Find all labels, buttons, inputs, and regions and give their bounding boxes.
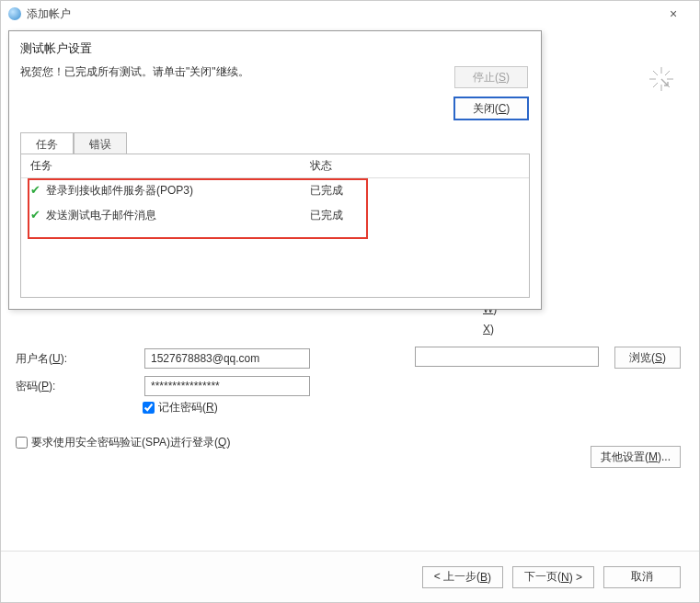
check-icon: ✔ bbox=[30, 208, 40, 222]
task-name: 登录到接收邮件服务器(POP3) bbox=[46, 184, 193, 197]
check-icon: ✔ bbox=[30, 183, 40, 197]
cancel-button[interactable]: 取消 bbox=[603, 566, 681, 588]
col-status: 状态 bbox=[301, 154, 529, 178]
svg-line-6 bbox=[665, 71, 670, 75]
tab-body: 任务 状态 ✔登录到接收邮件服务器(POP3) 已完成 ✔发送测试电子邮件消息 … bbox=[20, 154, 530, 298]
titlebar: 添加帐户 × bbox=[1, 1, 699, 27]
task-status: 已完成 bbox=[301, 203, 529, 228]
other-settings-button[interactable]: 其他设置(M)... bbox=[591, 446, 681, 468]
back-button[interactable]: < 上一步(B) bbox=[422, 566, 503, 588]
spa-checkbox[interactable]: 要求使用安全密码验证(SPA)进行登录(Q) bbox=[16, 435, 230, 450]
stop-button: 停止(S) bbox=[454, 66, 528, 88]
table-row: ✔发送测试电子邮件消息 已完成 bbox=[21, 203, 529, 228]
busy-cursor-icon bbox=[646, 63, 677, 99]
tasks-table: 任务 状态 ✔登录到接收邮件服务器(POP3) 已完成 ✔发送测试电子邮件消息 … bbox=[21, 154, 529, 228]
username-input[interactable] bbox=[144, 348, 310, 369]
wizard-footer: < 上一步(B) 下一页(N) > 取消 bbox=[1, 551, 699, 602]
password-label: 密码(P): bbox=[16, 379, 144, 394]
dialog-title: 测试帐户设置 bbox=[9, 31, 541, 64]
task-name: 发送测试电子邮件消息 bbox=[46, 209, 156, 222]
test-account-dialog: 测试帐户设置 祝贺您！已完成所有测试。请单击"关闭"继续。 停止(S) 关闭(C… bbox=[8, 30, 542, 310]
task-status: 已完成 bbox=[301, 178, 529, 204]
path-input[interactable] bbox=[415, 347, 599, 367]
password-row: 密码(P): bbox=[16, 376, 310, 396]
dialog-buttons: 停止(S) 关闭(C) bbox=[454, 66, 528, 119]
remember-password-checkbox[interactable]: 记住密码(R) bbox=[143, 400, 218, 415]
next-button[interactable]: 下一页(N) > bbox=[512, 566, 594, 588]
row-x: X) bbox=[483, 323, 494, 336]
svg-line-7 bbox=[653, 83, 658, 87]
main-window: 添加帐户 × 正确无误。 帐户设置(S) bbox=[0, 0, 700, 603]
col-task: 任务 bbox=[21, 154, 301, 178]
spa-checkbox-input[interactable] bbox=[16, 437, 28, 449]
globe-icon bbox=[8, 7, 21, 20]
window-title: 添加帐户 bbox=[27, 6, 71, 22]
username-row: 用户名(U): bbox=[16, 348, 310, 369]
username-label: 用户名(U): bbox=[16, 351, 144, 367]
close-icon[interactable]: × bbox=[655, 6, 692, 21]
svg-line-4 bbox=[653, 71, 658, 75]
table-row: ✔登录到接收邮件服务器(POP3) 已完成 bbox=[21, 178, 529, 204]
remember-checkbox-input[interactable] bbox=[143, 402, 155, 414]
browse-button[interactable]: 浏览(S) bbox=[614, 347, 681, 369]
close-button[interactable]: 关闭(C) bbox=[454, 97, 528, 119]
password-input[interactable] bbox=[144, 376, 310, 396]
